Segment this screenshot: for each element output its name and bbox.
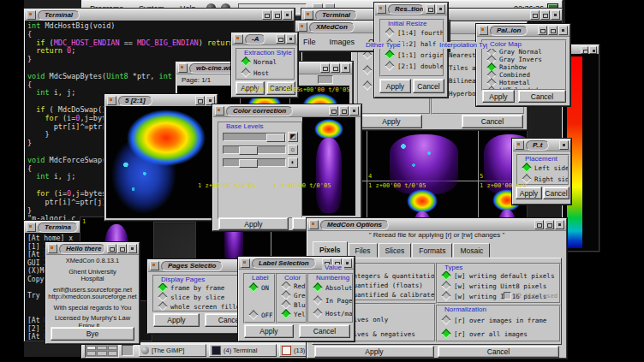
- radio-option[interactable]: Absolute: [309, 283, 352, 292]
- window-menu-icon[interactable]: [150, 261, 159, 270]
- pager-cell[interactable]: [108, 346, 117, 351]
- radio-option[interactable]: Green: [277, 291, 306, 300]
- window-menu-icon[interactable]: [27, 223, 36, 232]
- bye-button[interactable]: Bye: [51, 327, 134, 341]
- titlebar[interactable]: MedCon Options: [307, 219, 566, 231]
- radio-option[interactable]: Gray Normal: [483, 48, 565, 56]
- cancel-button[interactable]: Cancel: [299, 324, 350, 338]
- close-button[interactable]: [551, 10, 560, 20]
- apply-button[interactable]: Apply: [314, 346, 434, 358]
- radio-option[interactable]: Host/matrix: [309, 309, 352, 317]
- tab-mosaic[interactable]: Mosaic: [453, 243, 490, 258]
- bits-checkbox[interactable]: [504, 292, 511, 300]
- window-menu-icon[interactable]: [234, 34, 243, 44]
- slider-thumb[interactable]: [266, 134, 285, 142]
- minimize-button[interactable]: [107, 244, 116, 253]
- minimize-button[interactable]: [534, 220, 544, 229]
- radio-option[interactable]: [1:1] original: [381, 50, 443, 59]
- minimize-button[interactable]: [530, 10, 540, 20]
- pager-cell[interactable]: [97, 346, 106, 351]
- radio-option[interactable]: OFF: [245, 311, 274, 319]
- minimize-button[interactable]: [329, 106, 338, 116]
- window-menu-icon[interactable]: [178, 63, 188, 73]
- close-button[interactable]: [349, 106, 359, 116]
- pager-cell[interactable]: [86, 351, 96, 356]
- maximize-button[interactable]: [540, 10, 550, 20]
- slider-thumb[interactable]: [239, 159, 258, 168]
- task-button-gimp[interactable]: [The GIMP]: [139, 344, 206, 357]
- tab-files[interactable]: Files: [349, 243, 378, 258]
- maximize-button[interactable]: [339, 106, 349, 116]
- gamma-slider[interactable]: [223, 133, 286, 141]
- radio-option[interactable]: [w] writing Uint8 pixels: [438, 282, 559, 290]
- slider-thumb[interactable]: [239, 146, 258, 155]
- window-menu-icon[interactable]: [107, 96, 116, 105]
- radio-option[interactable]: In Page: [309, 296, 352, 305]
- maximize-button[interactable]: [545, 220, 554, 229]
- radio-option[interactable]: [r] over all images: [438, 329, 559, 338]
- window-menu-icon[interactable]: [298, 22, 307, 32]
- apply-button[interactable]: Apply: [379, 79, 411, 93]
- window-menu-icon[interactable]: [48, 244, 57, 253]
- cancel-button[interactable]: Cancel: [543, 187, 569, 199]
- titlebar[interactable]: -A: [232, 33, 297, 45]
- tab-formats[interactable]: Formats: [412, 243, 452, 258]
- titlebar[interactable]: Pal..ion: [477, 25, 569, 37]
- minimize-button[interactable]: [276, 34, 285, 44]
- close-button[interactable]: [559, 140, 569, 150]
- close-button[interactable]: [128, 244, 137, 253]
- radio-option[interactable]: Blue: [277, 300, 306, 309]
- radio-option[interactable]: Hotmetal: [483, 79, 565, 86]
- close-button[interactable]: [283, 10, 292, 20]
- maximize-button[interactable]: [331, 63, 340, 73]
- apply-button[interactable]: Apply: [361, 115, 422, 128]
- titlebar[interactable]: P..t: [513, 139, 570, 151]
- minimize-button[interactable]: [262, 10, 271, 20]
- window-menu-icon[interactable]: [309, 220, 319, 229]
- minimize-button[interactable]: [426, 4, 435, 14]
- close-button[interactable]: [436, 4, 445, 14]
- titlebar[interactable]: 5 [2:1]: [105, 95, 217, 107]
- radio-option[interactable]: Normal: [237, 57, 294, 66]
- tasklist-handle[interactable]: [122, 345, 134, 356]
- titlebar[interactable]: Color correction: [213, 105, 361, 117]
- window-menu-icon[interactable]: [515, 140, 524, 150]
- pager-cell[interactable]: [97, 351, 106, 356]
- radio-option[interactable]: ON: [245, 283, 274, 292]
- cancel-button[interactable]: Cancel: [462, 115, 523, 128]
- close-button[interactable]: [558, 26, 568, 35]
- cancel-button[interactable]: Cancel: [438, 346, 559, 358]
- workspace-pager[interactable]: [85, 344, 119, 358]
- radio-option[interactable]: Yellow: [277, 310, 306, 318]
- close-button[interactable]: [555, 220, 564, 229]
- cancel-button[interactable]: Cancel: [413, 79, 444, 93]
- apply-button[interactable]: Apply: [244, 324, 294, 338]
- task-button-terminal[interactable]: (4) Terminal: [209, 344, 277, 357]
- radio-option[interactable]: [1:4] fourth: [381, 28, 443, 37]
- brightness-slider[interactable]: [223, 145, 286, 154]
- radio-option[interactable]: Rainbow: [483, 63, 565, 71]
- maximize-button[interactable]: [548, 26, 558, 35]
- minimize-button[interactable]: [581, 46, 588, 54]
- apply-button[interactable]: Apply: [218, 217, 289, 230]
- radio-option[interactable]: Gray Invers: [483, 56, 565, 63]
- close-button[interactable]: [341, 63, 350, 73]
- menu-file[interactable]: File: [296, 36, 323, 48]
- contrast-slider[interactable]: [223, 158, 286, 167]
- titlebar[interactable]: Res..tion: [375, 3, 447, 15]
- radio-option[interactable]: [w] writing default pixels: [438, 271, 559, 280]
- titlebar[interactable]: Terminal: [25, 9, 294, 21]
- maximize-button[interactable]: [117, 244, 127, 253]
- window-menu-icon[interactable]: [479, 26, 488, 35]
- window-menu-icon[interactable]: [241, 258, 250, 268]
- window-menu-icon[interactable]: [377, 4, 386, 14]
- pager-cell[interactable]: [108, 351, 117, 356]
- minimize-button[interactable]: [320, 63, 330, 73]
- pager-cell[interactable]: [86, 346, 96, 351]
- radio-option[interactable]: Host: [237, 68, 294, 77]
- tab-slices[interactable]: Slices: [379, 243, 412, 258]
- maximize-button[interactable]: [272, 10, 282, 20]
- minimize-button[interactable]: [538, 26, 547, 35]
- window-menu-icon[interactable]: [304, 10, 313, 20]
- radio-option[interactable]: [2:1] double: [381, 62, 443, 70]
